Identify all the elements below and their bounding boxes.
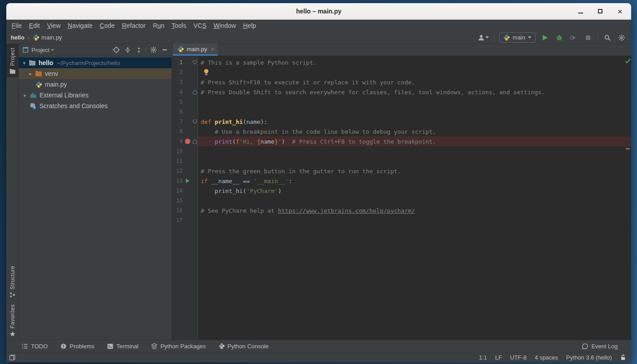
menu-window[interactable]: Window (210, 21, 240, 31)
tool-window-button-label: Python Packages (160, 343, 206, 350)
minimize-button[interactable] (575, 6, 585, 16)
python-icon (503, 34, 510, 41)
maximize-icon (598, 9, 602, 13)
breadcrumb-separator-icon: › (27, 35, 29, 41)
intention-bulb-icon[interactable] (203, 69, 209, 76)
panel-settings-button[interactable] (149, 46, 158, 54)
status-python-interpreter[interactable]: Python 3.6 (hello) (566, 354, 612, 361)
tool-window-button-todo[interactable]: TODO (22, 343, 48, 350)
stripe-button-favorites[interactable]: Favorites (6, 301, 18, 340)
user-icon (477, 34, 485, 42)
menu-run[interactable]: Run (149, 21, 168, 31)
code-token: print (215, 138, 232, 145)
tree-item-scratches-and-consoles[interactable]: Scratches and Consoles (19, 101, 171, 111)
code-token: print_hi( (201, 188, 246, 194)
project-panel-title[interactable]: Project (31, 47, 49, 53)
fold-marker-icon[interactable] (192, 118, 198, 126)
code-token: # See PyCharm help at (201, 207, 278, 214)
coverage-icon (570, 34, 577, 41)
menu-help[interactable]: Help (240, 21, 260, 31)
tab-close-icon[interactable]: × (210, 46, 215, 53)
tree-item-label: main.py (45, 81, 67, 88)
menu-view[interactable]: View (44, 21, 64, 31)
menu-vcs[interactable]: VCS (190, 21, 210, 31)
inspection-ok-icon[interactable] (625, 58, 631, 64)
chevron-right-icon[interactable]: ▸ (21, 92, 30, 98)
tool-windows-bar: TODOProblemsTerminalPython PackagesPytho… (6, 340, 631, 352)
breadcrumb-file[interactable]: main.py (41, 34, 62, 41)
coverage-button[interactable] (569, 33, 579, 43)
collapse-all-button[interactable] (135, 46, 143, 54)
status-indent-style[interactable]: 4 spaces (535, 354, 558, 361)
editor-body[interactable]: 1234567891011121314151617 # This is a sa… (172, 56, 631, 340)
settings-button[interactable] (617, 33, 627, 43)
menu-refactor[interactable]: Refactor (119, 21, 149, 31)
fold-marker-icon[interactable] (192, 137, 198, 145)
tree-item-label: External Libraries (40, 92, 88, 99)
debug-button[interactable] (554, 33, 564, 43)
menu-code[interactable]: Code (96, 21, 118, 31)
code-token: def (201, 118, 211, 125)
layout-icon (9, 354, 16, 361)
status-file-encoding[interactable]: UTF-8 (510, 354, 527, 361)
tool-window-button-label: Python Console (228, 343, 269, 350)
menu-file[interactable]: File (8, 21, 26, 31)
breakpoint-stripe-mark[interactable] (626, 148, 630, 149)
code-line-8: # Use a breakpoint in the code line belo… (198, 127, 631, 136)
stripe-button-project[interactable]: Project (6, 44, 18, 77)
event-log-button[interactable]: Event Log (582, 343, 618, 350)
tab-main-py[interactable]: main.py × (173, 44, 218, 56)
run-button[interactable] (540, 33, 550, 43)
hide-icon (162, 47, 168, 53)
user-button[interactable] (476, 33, 490, 43)
maximize-button[interactable] (595, 6, 605, 16)
code-link[interactable]: https://www.jetbrains.com/help/pycharm/ (278, 207, 415, 214)
tree-item-venv[interactable]: ▸venv (19, 68, 171, 79)
fold-marker-icon[interactable] (192, 58, 198, 66)
layout-button[interactable] (9, 354, 16, 361)
gutter-row: 1 (172, 57, 198, 67)
line-number: 16 (172, 207, 184, 214)
tool-window-button-problems[interactable]: Problems (60, 343, 94, 350)
chevron-down-icon[interactable] (51, 49, 54, 51)
code-token: # Press Shift+F10 to execute it or repla… (201, 79, 415, 86)
menu-navigate[interactable]: Navigate (64, 21, 96, 31)
code-area[interactable]: # This is a sample Python script.# Press… (198, 56, 631, 340)
tree-item-external-libraries[interactable]: ▸External Libraries (19, 90, 171, 101)
breakpoint-icon[interactable] (185, 139, 190, 144)
chevron-right-icon[interactable]: ▸ (26, 71, 35, 77)
menu-tools[interactable]: Tools (168, 21, 190, 31)
tree-item-main-py[interactable]: main.py (19, 79, 171, 90)
code-token: (name): (243, 118, 268, 125)
tool-window-button-terminal[interactable]: Terminal (107, 343, 138, 350)
status-caret-position[interactable]: 1:1 (479, 354, 487, 361)
folder-icon (29, 59, 36, 66)
code-token: } (274, 138, 278, 145)
run-toolbar: main (476, 32, 627, 43)
run-config-label: main (513, 34, 525, 41)
close-button[interactable]: × (615, 6, 625, 16)
fold-marker-icon[interactable] (192, 88, 198, 96)
tool-window-button-python-console[interactable]: Python Console (219, 343, 269, 350)
chevron-down-icon[interactable]: ▾ (20, 60, 29, 66)
tool-window-button-python-packages[interactable]: Python Packages (151, 343, 206, 350)
star-icon (9, 331, 16, 337)
toolbar-separator (494, 34, 495, 42)
code-line-17 (198, 215, 631, 225)
stop-button[interactable] (583, 33, 593, 43)
code-line-9: print(f'Hi, {name}') # Press Ctrl+F8 to … (198, 136, 631, 146)
run-gutter-icon[interactable] (186, 179, 189, 183)
stripe-button-structure[interactable]: Structure (6, 262, 18, 301)
expand-all-button[interactable] (123, 46, 132, 54)
unlock-icon[interactable] (620, 354, 626, 360)
status-line-separator[interactable]: LF (495, 354, 502, 361)
code-token (201, 128, 215, 135)
gutter-row: 3 (172, 77, 198, 87)
run-config-selector[interactable]: main (499, 32, 536, 43)
locate-button[interactable] (112, 46, 120, 54)
hide-panel-button[interactable] (161, 46, 169, 54)
search-everywhere-button[interactable] (602, 33, 612, 43)
breadcrumb-project[interactable]: hello (11, 34, 24, 41)
menu-edit[interactable]: Edit (26, 21, 44, 31)
tree-item-hello[interactable]: ▾hello~/PycharmProjects/hello (19, 57, 171, 68)
